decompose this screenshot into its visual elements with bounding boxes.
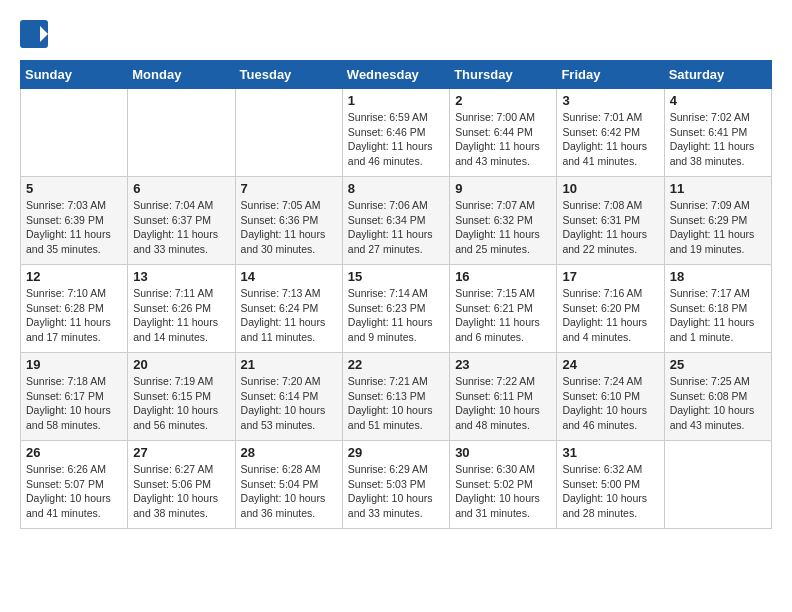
day-number: 11: [670, 181, 766, 196]
calendar-week-row: 5Sunrise: 7:03 AM Sunset: 6:39 PM Daylig…: [21, 177, 772, 265]
day-info: Sunrise: 7:08 AM Sunset: 6:31 PM Dayligh…: [562, 198, 658, 257]
day-info: Sunrise: 7:25 AM Sunset: 6:08 PM Dayligh…: [670, 374, 766, 433]
day-number: 2: [455, 93, 551, 108]
logo: [20, 20, 54, 50]
calendar-table: SundayMondayTuesdayWednesdayThursdayFrid…: [20, 60, 772, 529]
day-number: 27: [133, 445, 229, 460]
day-info: Sunrise: 6:32 AM Sunset: 5:00 PM Dayligh…: [562, 462, 658, 521]
calendar-cell: 29Sunrise: 6:29 AM Sunset: 5:03 PM Dayli…: [342, 441, 449, 529]
day-number: 12: [26, 269, 122, 284]
day-info: Sunrise: 6:29 AM Sunset: 5:03 PM Dayligh…: [348, 462, 444, 521]
calendar-cell: [235, 89, 342, 177]
day-number: 23: [455, 357, 551, 372]
day-info: Sunrise: 7:21 AM Sunset: 6:13 PM Dayligh…: [348, 374, 444, 433]
page-header: [20, 20, 772, 50]
calendar-cell: 27Sunrise: 6:27 AM Sunset: 5:06 PM Dayli…: [128, 441, 235, 529]
day-info: Sunrise: 7:18 AM Sunset: 6:17 PM Dayligh…: [26, 374, 122, 433]
logo-icon: [20, 20, 50, 50]
day-info: Sunrise: 7:07 AM Sunset: 6:32 PM Dayligh…: [455, 198, 551, 257]
day-info: Sunrise: 7:00 AM Sunset: 6:44 PM Dayligh…: [455, 110, 551, 169]
day-number: 29: [348, 445, 444, 460]
calendar-cell: [128, 89, 235, 177]
calendar-week-row: 12Sunrise: 7:10 AM Sunset: 6:28 PM Dayli…: [21, 265, 772, 353]
day-info: Sunrise: 7:04 AM Sunset: 6:37 PM Dayligh…: [133, 198, 229, 257]
day-info: Sunrise: 7:09 AM Sunset: 6:29 PM Dayligh…: [670, 198, 766, 257]
day-number: 30: [455, 445, 551, 460]
calendar-cell: 14Sunrise: 7:13 AM Sunset: 6:24 PM Dayli…: [235, 265, 342, 353]
calendar-cell: [21, 89, 128, 177]
calendar-cell: 21Sunrise: 7:20 AM Sunset: 6:14 PM Dayli…: [235, 353, 342, 441]
day-info: Sunrise: 7:11 AM Sunset: 6:26 PM Dayligh…: [133, 286, 229, 345]
day-number: 28: [241, 445, 337, 460]
day-info: Sunrise: 7:03 AM Sunset: 6:39 PM Dayligh…: [26, 198, 122, 257]
calendar-cell: 15Sunrise: 7:14 AM Sunset: 6:23 PM Dayli…: [342, 265, 449, 353]
calendar-cell: 16Sunrise: 7:15 AM Sunset: 6:21 PM Dayli…: [450, 265, 557, 353]
calendar-cell: 30Sunrise: 6:30 AM Sunset: 5:02 PM Dayli…: [450, 441, 557, 529]
day-info: Sunrise: 7:17 AM Sunset: 6:18 PM Dayligh…: [670, 286, 766, 345]
day-of-week-header: Saturday: [664, 61, 771, 89]
day-number: 16: [455, 269, 551, 284]
day-number: 18: [670, 269, 766, 284]
day-number: 14: [241, 269, 337, 284]
calendar-cell: 31Sunrise: 6:32 AM Sunset: 5:00 PM Dayli…: [557, 441, 664, 529]
day-info: Sunrise: 7:01 AM Sunset: 6:42 PM Dayligh…: [562, 110, 658, 169]
day-number: 3: [562, 93, 658, 108]
calendar-cell: 19Sunrise: 7:18 AM Sunset: 6:17 PM Dayli…: [21, 353, 128, 441]
calendar-cell: 3Sunrise: 7:01 AM Sunset: 6:42 PM Daylig…: [557, 89, 664, 177]
day-info: Sunrise: 7:24 AM Sunset: 6:10 PM Dayligh…: [562, 374, 658, 433]
day-number: 19: [26, 357, 122, 372]
day-info: Sunrise: 7:19 AM Sunset: 6:15 PM Dayligh…: [133, 374, 229, 433]
day-number: 26: [26, 445, 122, 460]
day-number: 17: [562, 269, 658, 284]
day-number: 1: [348, 93, 444, 108]
day-number: 9: [455, 181, 551, 196]
day-info: Sunrise: 7:14 AM Sunset: 6:23 PM Dayligh…: [348, 286, 444, 345]
calendar-cell: 20Sunrise: 7:19 AM Sunset: 6:15 PM Dayli…: [128, 353, 235, 441]
day-info: Sunrise: 7:05 AM Sunset: 6:36 PM Dayligh…: [241, 198, 337, 257]
calendar-cell: 9Sunrise: 7:07 AM Sunset: 6:32 PM Daylig…: [450, 177, 557, 265]
day-number: 25: [670, 357, 766, 372]
day-info: Sunrise: 6:26 AM Sunset: 5:07 PM Dayligh…: [26, 462, 122, 521]
day-number: 8: [348, 181, 444, 196]
calendar-cell: [664, 441, 771, 529]
day-info: Sunrise: 7:16 AM Sunset: 6:20 PM Dayligh…: [562, 286, 658, 345]
calendar-cell: 23Sunrise: 7:22 AM Sunset: 6:11 PM Dayli…: [450, 353, 557, 441]
day-number: 4: [670, 93, 766, 108]
day-number: 21: [241, 357, 337, 372]
calendar-cell: 26Sunrise: 6:26 AM Sunset: 5:07 PM Dayli…: [21, 441, 128, 529]
day-info: Sunrise: 7:22 AM Sunset: 6:11 PM Dayligh…: [455, 374, 551, 433]
calendar-week-row: 19Sunrise: 7:18 AM Sunset: 6:17 PM Dayli…: [21, 353, 772, 441]
calendar-cell: 18Sunrise: 7:17 AM Sunset: 6:18 PM Dayli…: [664, 265, 771, 353]
calendar-cell: 4Sunrise: 7:02 AM Sunset: 6:41 PM Daylig…: [664, 89, 771, 177]
calendar-cell: 22Sunrise: 7:21 AM Sunset: 6:13 PM Dayli…: [342, 353, 449, 441]
day-number: 13: [133, 269, 229, 284]
calendar-week-row: 26Sunrise: 6:26 AM Sunset: 5:07 PM Dayli…: [21, 441, 772, 529]
calendar-week-row: 1Sunrise: 6:59 AM Sunset: 6:46 PM Daylig…: [21, 89, 772, 177]
day-info: Sunrise: 7:20 AM Sunset: 6:14 PM Dayligh…: [241, 374, 337, 433]
day-info: Sunrise: 7:15 AM Sunset: 6:21 PM Dayligh…: [455, 286, 551, 345]
calendar-cell: 8Sunrise: 7:06 AM Sunset: 6:34 PM Daylig…: [342, 177, 449, 265]
day-info: Sunrise: 7:10 AM Sunset: 6:28 PM Dayligh…: [26, 286, 122, 345]
day-info: Sunrise: 6:59 AM Sunset: 6:46 PM Dayligh…: [348, 110, 444, 169]
calendar-cell: 6Sunrise: 7:04 AM Sunset: 6:37 PM Daylig…: [128, 177, 235, 265]
day-of-week-header: Friday: [557, 61, 664, 89]
calendar-cell: 11Sunrise: 7:09 AM Sunset: 6:29 PM Dayli…: [664, 177, 771, 265]
calendar-cell: 13Sunrise: 7:11 AM Sunset: 6:26 PM Dayli…: [128, 265, 235, 353]
day-number: 22: [348, 357, 444, 372]
calendar-cell: 5Sunrise: 7:03 AM Sunset: 6:39 PM Daylig…: [21, 177, 128, 265]
day-number: 24: [562, 357, 658, 372]
day-number: 5: [26, 181, 122, 196]
calendar-cell: 1Sunrise: 6:59 AM Sunset: 6:46 PM Daylig…: [342, 89, 449, 177]
day-info: Sunrise: 6:27 AM Sunset: 5:06 PM Dayligh…: [133, 462, 229, 521]
calendar-cell: 24Sunrise: 7:24 AM Sunset: 6:10 PM Dayli…: [557, 353, 664, 441]
day-number: 15: [348, 269, 444, 284]
calendar-cell: 12Sunrise: 7:10 AM Sunset: 6:28 PM Dayli…: [21, 265, 128, 353]
day-number: 31: [562, 445, 658, 460]
calendar-cell: 17Sunrise: 7:16 AM Sunset: 6:20 PM Dayli…: [557, 265, 664, 353]
day-of-week-header: Wednesday: [342, 61, 449, 89]
day-of-week-header: Sunday: [21, 61, 128, 89]
day-info: Sunrise: 7:06 AM Sunset: 6:34 PM Dayligh…: [348, 198, 444, 257]
day-info: Sunrise: 6:30 AM Sunset: 5:02 PM Dayligh…: [455, 462, 551, 521]
day-number: 10: [562, 181, 658, 196]
day-info: Sunrise: 7:13 AM Sunset: 6:24 PM Dayligh…: [241, 286, 337, 345]
